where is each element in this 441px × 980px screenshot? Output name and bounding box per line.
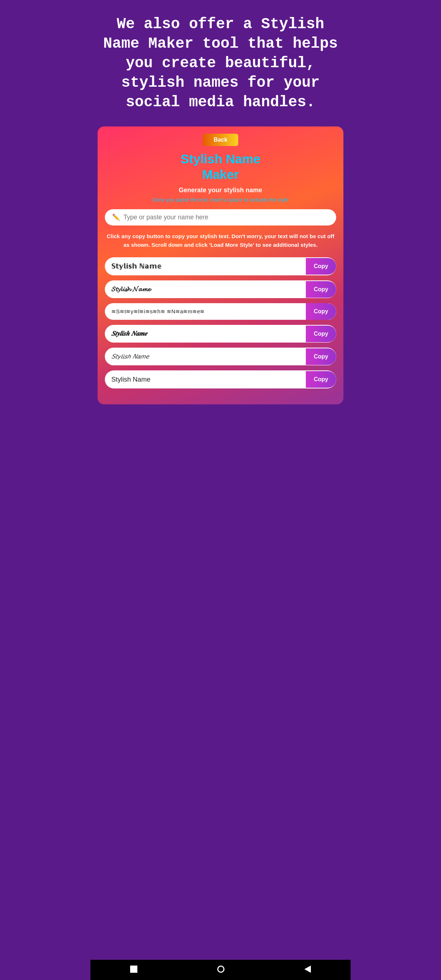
- nav-back-icon[interactable]: [304, 966, 311, 975]
- stylish-name-4: 𝑺𝒕𝒚𝒍𝒊𝒔𝒉 𝑵𝒂𝒎𝒆: [105, 325, 306, 342]
- nav-square-icon[interactable]: [130, 966, 137, 975]
- name-row-4: 𝑺𝒕𝒚𝒍𝒊𝒔𝒉 𝑵𝒂𝒎𝒆 Copy: [105, 325, 336, 342]
- copy-button-2[interactable]: Copy: [306, 281, 336, 298]
- copy-button-3[interactable]: Copy: [306, 303, 336, 320]
- copy-button-1[interactable]: Copy: [306, 258, 336, 275]
- stylish-name-6: Stylish Name: [105, 371, 306, 388]
- name-input-wrapper[interactable]: [105, 209, 336, 226]
- name-row-6: Stylish Name Copy: [105, 371, 336, 388]
- name-input[interactable]: [112, 213, 329, 221]
- tool-container: Back Stylish Name Maker Generate your st…: [97, 126, 343, 404]
- copy-button-4[interactable]: Copy: [306, 326, 336, 342]
- copy-button-5[interactable]: Copy: [306, 348, 336, 365]
- stylish-name-2: 𝓢𝓽𝔂𝓵𝓲𝓼𝓱 𝓝𝓪𝓶𝓮: [105, 280, 306, 298]
- back-button[interactable]: Back: [203, 134, 238, 146]
- back-button-row: Back: [105, 134, 336, 146]
- name-row-5: 𝘚𝘵𝘺𝘭𝘪𝘴𝘩 𝘕𝘢𝘮𝘦 Copy: [105, 348, 336, 365]
- tool-title: Stylish Name Maker: [105, 151, 336, 182]
- copy-button-6[interactable]: Copy: [306, 371, 336, 388]
- navigation-bar: [91, 960, 351, 980]
- instructions-text: Click any copy button to copy your styli…: [105, 232, 336, 250]
- name-row-1: 𝕊𝕥𝕪𝕝𝕚𝕤𝕙 ℕ𝕒𝕞𝕖 Copy: [105, 257, 336, 275]
- stylish-name-3: ≋S≋t≋y≋l≋i≋s≋h≋ ≋N≋a≋m≋e≋: [105, 303, 306, 320]
- nav-circle-icon[interactable]: [217, 966, 224, 975]
- tool-hint: Once you paste the text, insert a space …: [105, 197, 336, 203]
- stylish-name-1: 𝕊𝕥𝕪𝕝𝕚𝕤𝕙 ℕ𝕒𝕞𝕖: [105, 257, 306, 275]
- tool-subtitle: Generate your stylish name: [105, 186, 336, 194]
- stylish-name-5: 𝘚𝘵𝘺𝘭𝘪𝘴𝘩 𝘕𝘢𝘮𝘦: [105, 348, 306, 365]
- hero-text: We also offer a Stylish Name Maker tool …: [91, 0, 351, 123]
- name-row-2: 𝓢𝓽𝔂𝓵𝓲𝓼𝓱 𝓝𝓪𝓶𝓮 Copy: [105, 280, 336, 298]
- name-row-3: ≋S≋t≋y≋l≋i≋s≋h≋ ≋N≋a≋m≋e≋ Copy: [105, 303, 336, 320]
